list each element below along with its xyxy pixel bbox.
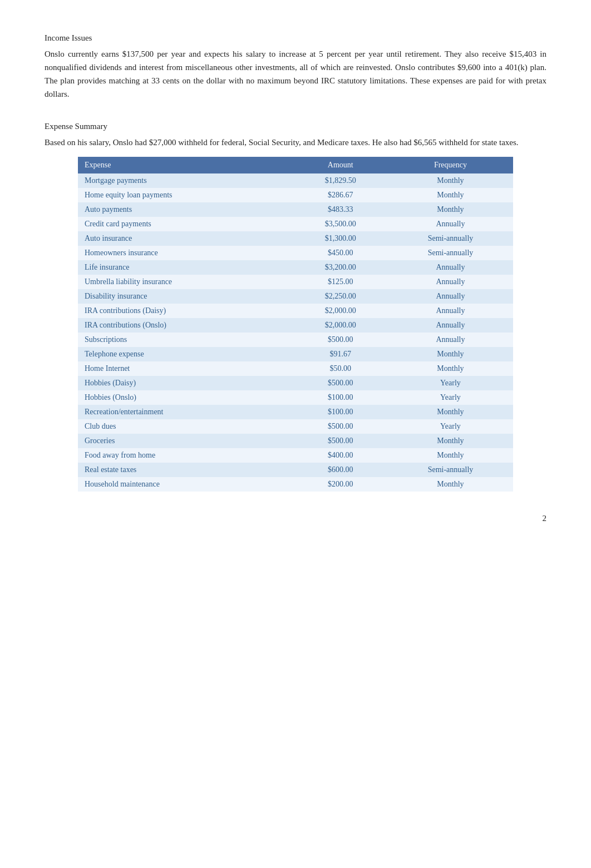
table-row: Hobbies (Daisy)$500.00Yearly [78, 376, 513, 390]
expense-name: Food away from home [78, 448, 293, 463]
expense-name: Home Internet [78, 361, 293, 376]
expense-frequency: Annually [388, 275, 513, 289]
expense-frequency: Monthly [388, 347, 513, 361]
expense-frequency: Annually [388, 304, 513, 318]
expense-section: Expense Summary Based on his salary, Ons… [45, 122, 546, 492]
expense-frequency: Monthly [388, 405, 513, 419]
expense-amount: $400.00 [293, 448, 388, 463]
expense-name: Household maintenance [78, 477, 293, 492]
expense-name: Club dues [78, 419, 293, 434]
expense-frequency: Yearly [388, 390, 513, 405]
table-row: IRA contributions (Onslo)$2,000.00Annual… [78, 318, 513, 333]
table-row: Club dues$500.00Yearly [78, 419, 513, 434]
expense-frequency: Monthly [388, 477, 513, 492]
table-row: Life insurance$3,200.00Annually [78, 260, 513, 275]
expense-frequency: Monthly [388, 434, 513, 448]
expense-amount: $483.33 [293, 202, 388, 217]
expense-name: Credit card payments [78, 217, 293, 231]
expense-name: Telephone expense [78, 347, 293, 361]
table-row: Subscriptions$500.00Annually [78, 333, 513, 347]
expense-amount: $125.00 [293, 275, 388, 289]
expense-amount: $500.00 [293, 419, 388, 434]
table-row: Food away from home$400.00Monthly [78, 448, 513, 463]
col-header-amount: Amount [293, 157, 388, 173]
expense-frequency: Monthly [388, 202, 513, 217]
expense-frequency: Annually [388, 217, 513, 231]
expense-frequency: Semi-annually [388, 246, 513, 260]
expense-amount: $450.00 [293, 246, 388, 260]
expense-amount: $2,250.00 [293, 289, 388, 304]
table-row: Hobbies (Onslo)$100.00Yearly [78, 390, 513, 405]
expense-amount: $2,000.00 [293, 304, 388, 318]
expense-frequency: Monthly [388, 361, 513, 376]
expense-table-wrapper: Expense Amount Frequency Mortgage paymen… [78, 157, 513, 492]
expense-name: IRA contributions (Onslo) [78, 318, 293, 333]
expense-name: Auto payments [78, 202, 293, 217]
table-row: Auto insurance$1,300.00Semi-annually [78, 231, 513, 246]
table-row: Mortgage payments$1,829.50Monthly [78, 173, 513, 188]
expense-name: Subscriptions [78, 333, 293, 347]
income-section: Income Issues Onslo currently earns $137… [45, 33, 546, 101]
table-row: Home Internet$50.00Monthly [78, 361, 513, 376]
table-row: Recreation/entertainment$100.00Monthly [78, 405, 513, 419]
table-row: Credit card payments$3,500.00Annually [78, 217, 513, 231]
expense-paragraph: Based on his salary, Onslo had $27,000 w… [45, 136, 546, 149]
expense-name: Life insurance [78, 260, 293, 275]
table-row: Groceries$500.00Monthly [78, 434, 513, 448]
expense-amount: $3,500.00 [293, 217, 388, 231]
expense-name: Real estate taxes [78, 463, 293, 477]
expense-amount: $200.00 [293, 477, 388, 492]
expense-table: Expense Amount Frequency Mortgage paymen… [78, 157, 513, 492]
table-row: Home equity loan payments$286.67Monthly [78, 188, 513, 202]
expense-frequency: Yearly [388, 376, 513, 390]
expense-name: Umbrella liability insurance [78, 275, 293, 289]
expense-frequency: Annually [388, 260, 513, 275]
expense-frequency: Monthly [388, 188, 513, 202]
expense-name: IRA contributions (Daisy) [78, 304, 293, 318]
expense-name: Auto insurance [78, 231, 293, 246]
expense-amount: $500.00 [293, 376, 388, 390]
col-header-expense: Expense [78, 157, 293, 173]
expense-frequency: Semi-annually [388, 463, 513, 477]
expense-amount: $1,829.50 [293, 173, 388, 188]
expense-frequency: Semi-annually [388, 231, 513, 246]
table-row: Umbrella liability insurance$125.00Annua… [78, 275, 513, 289]
page-number: 2 [45, 514, 546, 523]
table-row: IRA contributions (Daisy)$2,000.00Annual… [78, 304, 513, 318]
expense-name: Disability insurance [78, 289, 293, 304]
expense-amount: $50.00 [293, 361, 388, 376]
table-row: Homeowners insurance$450.00Semi-annually [78, 246, 513, 260]
expense-amount: $1,300.00 [293, 231, 388, 246]
income-paragraph: Onslo currently earns $137,500 per year … [45, 47, 546, 101]
expense-frequency: Monthly [388, 448, 513, 463]
expense-frequency: Monthly [388, 173, 513, 188]
table-row: Household maintenance$200.00Monthly [78, 477, 513, 492]
income-heading: Income Issues [45, 33, 546, 43]
expense-amount: $2,000.00 [293, 318, 388, 333]
expense-name: Groceries [78, 434, 293, 448]
table-row: Disability insurance$2,250.00Annually [78, 289, 513, 304]
col-header-frequency: Frequency [388, 157, 513, 173]
expense-frequency: Annually [388, 318, 513, 333]
expense-frequency: Annually [388, 333, 513, 347]
table-row: Auto payments$483.33Monthly [78, 202, 513, 217]
table-header-row: Expense Amount Frequency [78, 157, 513, 173]
expense-name: Hobbies (Daisy) [78, 376, 293, 390]
expense-heading: Expense Summary [45, 122, 546, 131]
expense-amount: $600.00 [293, 463, 388, 477]
table-row: Real estate taxes$600.00Semi-annually [78, 463, 513, 477]
expense-name: Hobbies (Onslo) [78, 390, 293, 405]
table-row: Telephone expense$91.67Monthly [78, 347, 513, 361]
expense-frequency: Annually [388, 289, 513, 304]
expense-amount: $500.00 [293, 333, 388, 347]
expense-amount: $3,200.00 [293, 260, 388, 275]
expense-name: Mortgage payments [78, 173, 293, 188]
expense-amount: $286.67 [293, 188, 388, 202]
expense-amount: $100.00 [293, 405, 388, 419]
expense-amount: $100.00 [293, 390, 388, 405]
expense-name: Home equity loan payments [78, 188, 293, 202]
expense-name: Homeowners insurance [78, 246, 293, 260]
expense-amount: $500.00 [293, 434, 388, 448]
expense-frequency: Yearly [388, 419, 513, 434]
expense-amount: $91.67 [293, 347, 388, 361]
